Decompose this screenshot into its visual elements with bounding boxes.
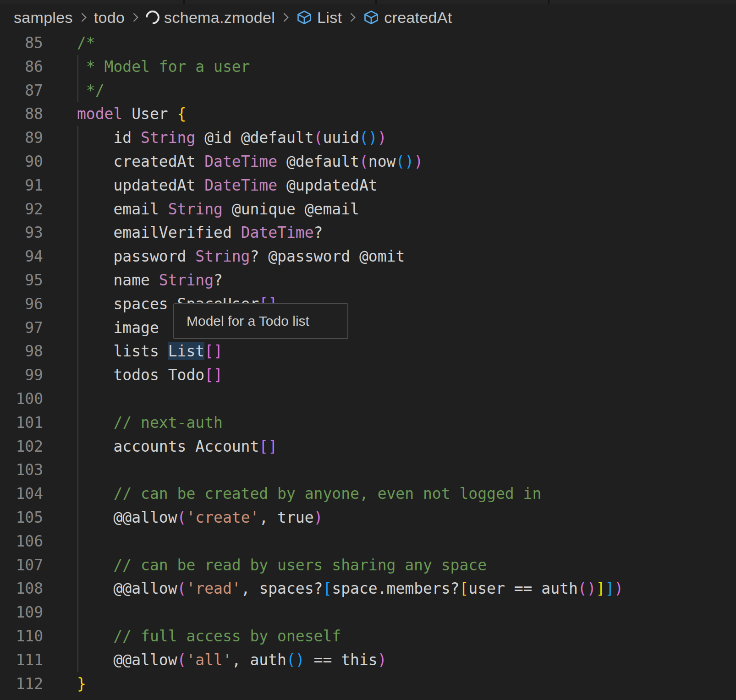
line-number[interactable]: 111 (0, 648, 43, 672)
code-line[interactable]: 112} (0, 672, 736, 696)
code-token: email (77, 200, 168, 218)
code-line[interactable]: 105 @@allow('create', true) (0, 506, 736, 530)
code-token: () (359, 129, 378, 147)
breadcrumb-item-schema-zmodel[interactable]: schema.zmodel (146, 9, 275, 27)
code-token: image (77, 319, 159, 337)
code-text: * Model for a user (77, 55, 250, 79)
code-token: ( (177, 509, 187, 526)
breadcrumb-separator (79, 11, 88, 24)
code-line[interactable]: 102 accounts Account[] (0, 435, 736, 459)
code-token: [] (259, 438, 277, 455)
breadcrumb-item-todo[interactable]: todo (94, 9, 125, 27)
code-line[interactable]: 109 (0, 601, 736, 624)
code-line[interactable]: 94 password String? @password @omit (0, 245, 736, 268)
line-number[interactable]: 85 (0, 31, 43, 55)
breadcrumb-item-samples[interactable]: samples (14, 9, 73, 27)
code-line[interactable]: 97 image (0, 316, 736, 340)
code-line[interactable]: 104 // can be created by anyone, even no… (0, 482, 736, 506)
code-text: @@allow('create', true) (77, 506, 323, 530)
code-line[interactable]: 101 // next-auth (0, 411, 736, 435)
breadcrumb-item-list[interactable]: List (296, 9, 342, 27)
code-line[interactable]: 92 email String @unique @email (0, 197, 736, 221)
line-number[interactable]: 90 (0, 150, 43, 174)
breadcrumb-label: List (317, 9, 342, 27)
code-token: () (578, 580, 596, 597)
code-token: password (77, 247, 195, 265)
code-line[interactable]: 91 updatedAt DateTime @updatedAt (0, 174, 736, 197)
code-line[interactable]: 89 id String @id @default(uuid()) (0, 126, 736, 150)
code-token: , true (259, 509, 313, 526)
line-number[interactable]: 110 (0, 624, 43, 648)
code-line[interactable]: 88model User { (0, 102, 736, 126)
code-line[interactable]: 85/* (0, 31, 736, 55)
line-number[interactable]: 97 (0, 316, 43, 340)
line-number[interactable]: 98 (0, 339, 43, 363)
line-number[interactable]: 102 (0, 435, 43, 459)
loading-spinner-icon (143, 8, 162, 27)
code-token: DateTime (204, 153, 277, 170)
code-token: ( (359, 153, 368, 170)
code-text: @@allow('all', auth() == this) (77, 648, 387, 672)
breadcrumb-separator (131, 11, 140, 24)
breadcrumb-separator-icon (79, 11, 88, 24)
code-line[interactable]: 95 name String? (0, 268, 736, 292)
code-line[interactable]: 108 @@allow('read', spaces?[space.member… (0, 577, 736, 601)
line-number[interactable]: 94 (0, 245, 43, 268)
line-number[interactable]: 93 (0, 221, 43, 245)
code-text: @@allow('read', spaces?[space.members?[u… (77, 577, 623, 601)
code-line[interactable]: 87 */ (0, 79, 736, 103)
line-number[interactable]: 88 (0, 102, 43, 126)
code-token: @id @default (195, 129, 313, 147)
code-token: user == auth (468, 580, 577, 597)
code-text: name String? (77, 268, 223, 292)
code-line[interactable]: 100 (0, 387, 736, 411)
line-number[interactable]: 87 (0, 79, 43, 103)
code-token: DateTime (241, 224, 314, 241)
line-number[interactable]: 107 (0, 553, 43, 577)
line-number[interactable]: 112 (0, 672, 43, 696)
code-token: ? @password @omit (250, 247, 405, 265)
line-number[interactable]: 101 (0, 411, 43, 435)
line-number[interactable]: 105 (0, 506, 43, 530)
code-token: ] (596, 580, 605, 597)
hover-tooltip: Model for a Todo list (173, 303, 348, 339)
code-line[interactable]: 103 (0, 458, 736, 482)
code-text: image (77, 316, 159, 340)
line-number[interactable]: 92 (0, 197, 43, 221)
code-line[interactable]: 106 (0, 530, 736, 553)
line-number[interactable]: 104 (0, 482, 43, 506)
code-text: // can be read by users sharing any spac… (77, 553, 487, 577)
line-number[interactable]: 100 (0, 387, 43, 411)
code-line[interactable]: 107 // can be read by users sharing any … (0, 553, 736, 577)
indent-guide (77, 55, 78, 103)
code-token: ) (378, 129, 387, 147)
line-number[interactable]: 89 (0, 126, 43, 150)
code-token: ) (614, 580, 623, 597)
code-line[interactable]: 98 lists List[] (0, 339, 736, 363)
line-number[interactable]: 91 (0, 174, 43, 197)
breadcrumb-item-createdat[interactable]: createdAt (363, 9, 452, 27)
line-number[interactable]: 86 (0, 55, 43, 79)
code-token: @@allow (77, 651, 177, 669)
code-token: ( (177, 651, 187, 669)
breadcrumb-separator-icon (348, 11, 357, 24)
line-number[interactable]: 106 (0, 530, 43, 553)
code-token: 'all' (186, 651, 231, 669)
code-token: ? (314, 224, 323, 241)
line-number[interactable]: 95 (0, 268, 43, 292)
code-token: , auth (232, 651, 286, 669)
code-line[interactable]: 99 todos Todo[] (0, 363, 736, 387)
model-cube-wrapper (296, 9, 313, 26)
code-line[interactable]: 90 createdAt DateTime @default(now()) (0, 150, 736, 174)
code-editor[interactable]: 85/*86 * Model for a user87 */88model Us… (0, 31, 736, 695)
line-number[interactable]: 96 (0, 292, 43, 316)
line-number[interactable]: 108 (0, 577, 43, 601)
line-number[interactable]: 109 (0, 601, 43, 624)
code-line[interactable]: 110 // full access by oneself (0, 624, 736, 648)
code-line[interactable]: 96 spaces SpaceUser[] (0, 292, 736, 316)
code-line[interactable]: 111 @@allow('all', auth() == this) (0, 648, 736, 672)
code-line[interactable]: 86 * Model for a user (0, 55, 736, 79)
line-number[interactable]: 103 (0, 458, 43, 482)
line-number[interactable]: 99 (0, 363, 43, 387)
code-line[interactable]: 93 emailVerified DateTime? (0, 221, 736, 245)
